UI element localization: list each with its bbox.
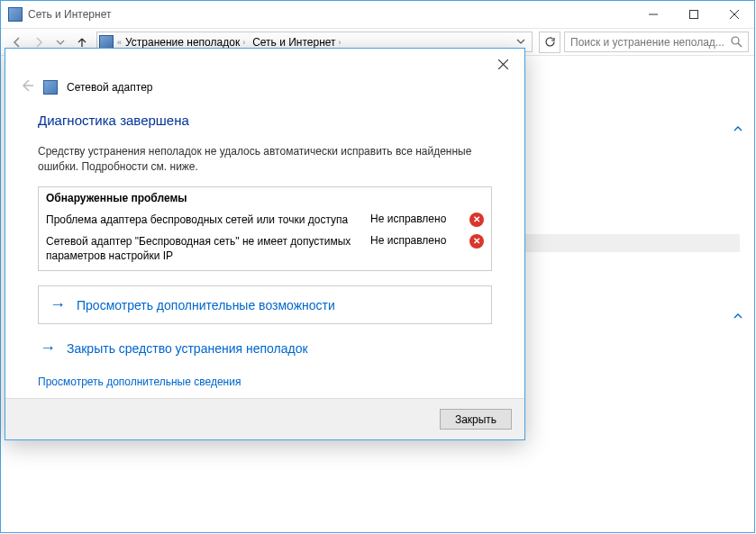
window-title: Сеть и Интернет [28,8,633,21]
chevron-right-icon: › [242,38,245,47]
window-controls [633,2,754,28]
dialog-title: Сетевой адаптер [67,81,152,94]
problem-status: Не исправлено [370,234,460,247]
problem-row[interactable]: Сетевой адаптер "Беспроводная сеть" не и… [39,231,491,270]
close-button[interactable]: Закрыть [440,409,512,430]
dialog-titlebar [5,49,524,80]
minimize-button[interactable] [633,2,673,28]
dialog-header: Сетевой адаптер [5,78,524,105]
svg-point-4 [732,37,739,44]
problems-box: Обнаруженные проблемы Проблема адаптера … [38,186,492,272]
app-icon [8,7,23,22]
network-adapter-icon [43,80,58,95]
address-dropdown-button[interactable] [512,36,530,49]
problems-header: Обнаруженные проблемы [39,187,491,209]
view-details-link[interactable]: Просмотреть дополнительные сведения [38,376,492,388]
dialog-close-button[interactable] [488,52,517,77]
arrow-right-icon: → [40,339,56,358]
expand-chevron-2[interactable] [733,311,743,324]
svg-line-5 [738,43,742,47]
search-placeholder: Поиск и устранение неполад... [570,36,731,49]
breadcrumb-item-0[interactable]: Устранение неполадок› [122,36,249,49]
explore-options-label: Просмотреть дополнительные возможности [77,298,335,312]
troubleshooter-dialog: Сетевой адаптер Диагностика завершена Ср… [5,48,525,440]
titlebar: Сеть и Интернет [1,1,754,28]
problem-row[interactable]: Проблема адаптера беспроводных сетей или… [39,209,491,231]
arrow-right-icon: → [50,295,66,314]
maximize-button[interactable] [673,2,714,28]
chevron-right-icon: › [339,38,342,47]
dialog-description: Средству устранения неполадок не удалось… [38,144,492,176]
expand-chevron-1[interactable] [733,123,743,137]
search-icon [731,36,742,48]
dialog-back-button[interactable] [20,78,34,96]
dialog-footer: Закрыть [5,398,524,439]
problem-name: Проблема адаптера беспроводных сетей или… [46,213,361,227]
close-troubleshooter-button[interactable]: → Закрыть средство устранения неполадок [38,339,492,358]
error-icon: ✕ [469,234,484,249]
problem-name: Сетевой адаптер "Беспроводная сеть" не и… [46,234,361,263]
problem-status: Не исправлено [370,213,460,225]
explore-options-button[interactable]: → Просмотреть дополнительные возможности [38,285,492,324]
close-troubleshooter-label: Закрыть средство устранения неполадок [67,341,308,356]
close-button[interactable] [714,2,754,28]
search-input[interactable]: Поиск и устранение неполад... [564,32,749,52]
dialog-body: Диагностика завершена Средству устранени… [5,105,524,388]
breadcrumb-item-1[interactable]: Сеть и Интернет› [249,36,344,49]
svg-rect-1 [689,11,697,19]
error-icon: ✕ [469,213,484,227]
refresh-button[interactable] [539,32,560,53]
dialog-heading: Диагностика завершена [38,113,492,128]
